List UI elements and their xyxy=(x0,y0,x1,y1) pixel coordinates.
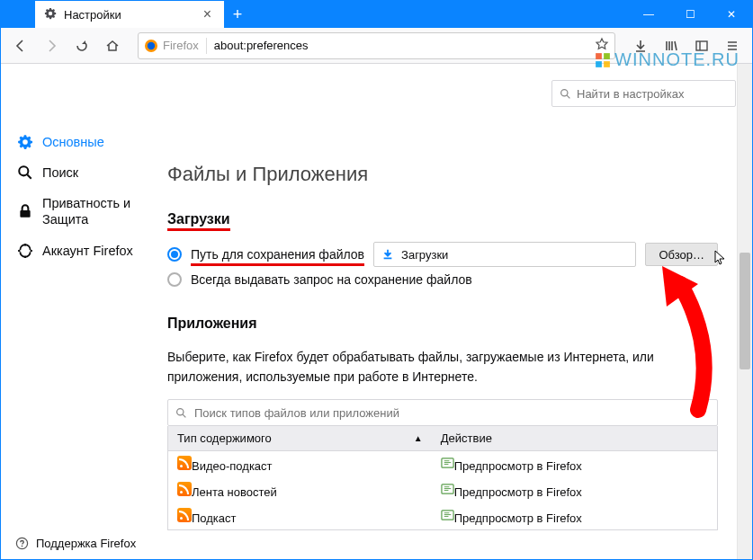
tab-title: Настройки xyxy=(64,8,121,22)
close-window-button[interactable]: ✕ xyxy=(711,1,752,28)
radio-save-to[interactable] xyxy=(167,247,182,262)
always-ask-row: Всегда выдавать запрос на сохранение фай… xyxy=(167,272,718,287)
svg-rect-8 xyxy=(20,210,30,218)
preview-icon xyxy=(441,457,454,470)
sidebar-item-general[interactable]: Основные xyxy=(1,127,158,157)
table-row[interactable]: Видео-подкаст Предпросмотр в Firefox xyxy=(168,451,718,478)
close-tab-icon[interactable]: × xyxy=(200,6,215,22)
svg-point-1 xyxy=(148,41,155,49)
rss-icon xyxy=(177,456,192,470)
downloads-heading: Загрузки xyxy=(167,211,230,227)
save-to-label: Путь для сохранения файлов xyxy=(191,247,364,262)
url-text: about:preferences xyxy=(214,39,309,52)
sidebar-item-search[interactable]: Поиск xyxy=(1,157,158,188)
sidebar-button[interactable] xyxy=(687,31,716,60)
preferences-sidebar: Основные Поиск Приватность и Защита Акка… xyxy=(1,64,158,559)
site-identity[interactable]: Firefox xyxy=(144,39,199,53)
svg-point-7 xyxy=(19,166,28,175)
search-icon xyxy=(560,88,571,100)
save-to-row: Путь для сохранения файлов Загрузки Обзо… xyxy=(167,242,718,267)
scrollbar[interactable] xyxy=(737,64,752,559)
svg-rect-2 xyxy=(696,41,707,50)
sidebar-item-label: Аккаунт Firefox xyxy=(42,243,133,259)
applications-table: Тип содержимого▲ Действие Видео-подкаст … xyxy=(167,426,718,530)
forward-button[interactable] xyxy=(37,31,66,60)
preferences-content: Найти в настройках Файлы и Приложения За… xyxy=(158,64,752,559)
library-button[interactable] xyxy=(657,31,686,60)
maximize-button[interactable]: ☐ xyxy=(669,1,711,28)
browse-button[interactable]: Обзор… xyxy=(645,243,718,266)
home-button[interactable] xyxy=(98,31,127,60)
gear-icon xyxy=(44,7,57,22)
applications-description: Выберите, как Firefox будет обрабатывать… xyxy=(167,348,718,387)
minimize-button[interactable]: — xyxy=(628,1,669,28)
preview-icon xyxy=(441,509,454,522)
rss-icon xyxy=(177,482,192,496)
section-heading: Файлы и Приложения xyxy=(167,163,718,186)
url-bar[interactable]: Firefox about:preferences xyxy=(138,32,615,59)
search-icon xyxy=(175,407,187,419)
svg-point-11 xyxy=(177,409,184,415)
sidebar-item-account[interactable]: Аккаунт Firefox xyxy=(1,236,158,266)
nav-toolbar: Firefox about:preferences xyxy=(1,28,752,64)
always-ask-label: Всегда выдавать запрос на сохранение фай… xyxy=(191,272,472,287)
table-row[interactable]: Лента новостей Предпросмотр в Firefox xyxy=(168,477,718,503)
sidebar-item-label: Поиск xyxy=(42,164,78,181)
reload-button[interactable] xyxy=(67,31,96,60)
table-row[interactable]: Подкаст Предпросмотр в Firefox xyxy=(168,503,718,530)
sort-asc-icon: ▲ xyxy=(414,433,423,443)
menu-button[interactable] xyxy=(718,31,747,60)
sidebar-item-label: Приватность и Защита xyxy=(42,195,146,227)
col-action[interactable]: Действие xyxy=(432,426,718,451)
support-link[interactable]: Поддержка Firefox xyxy=(15,537,136,550)
rss-icon xyxy=(177,508,192,522)
radio-always-ask[interactable] xyxy=(167,272,182,287)
sidebar-item-privacy[interactable]: Приватность и Защита xyxy=(1,188,158,235)
download-arrow-icon xyxy=(381,248,394,261)
applications-search[interactable]: Поиск типов файлов или приложений xyxy=(167,399,718,426)
downloads-button[interactable] xyxy=(626,31,655,60)
preferences-search[interactable]: Найти в настройках xyxy=(551,80,736,107)
col-content-type[interactable]: Тип содержимого▲ xyxy=(168,426,432,451)
svg-point-10 xyxy=(561,89,568,95)
bookmark-star-icon[interactable] xyxy=(595,37,609,54)
browser-tab[interactable]: Настройки × xyxy=(35,1,224,28)
new-tab-button[interactable]: + xyxy=(224,1,251,28)
preview-icon xyxy=(441,483,454,496)
scroll-thumb[interactable] xyxy=(740,253,750,369)
applications-heading: Приложения xyxy=(167,316,257,332)
back-button[interactable] xyxy=(6,31,35,60)
firefox-icon xyxy=(144,39,158,53)
titlebar: Настройки × + — ☐ ✕ xyxy=(1,1,752,28)
sidebar-item-label: Основные xyxy=(42,134,104,150)
download-folder-field[interactable]: Загрузки xyxy=(373,242,636,267)
